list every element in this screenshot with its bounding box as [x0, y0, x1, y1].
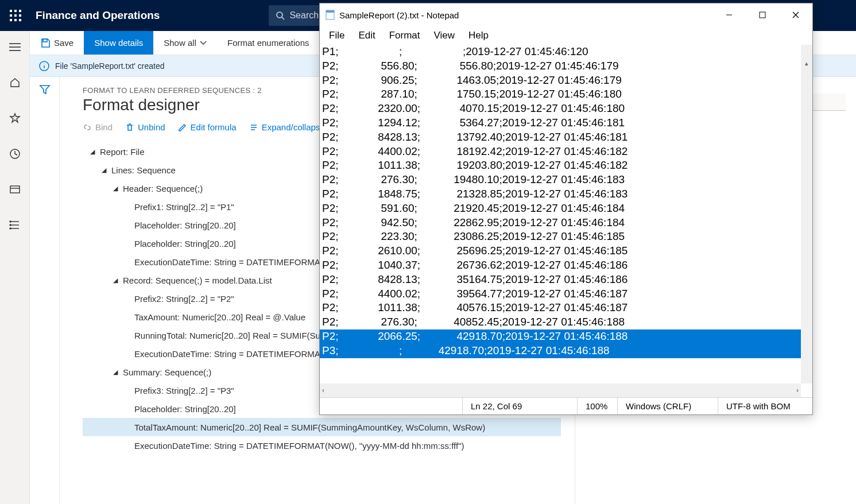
left-nav — [0, 31, 30, 504]
text-line: P2; 2320.00; 4070.15;2019-12-27 01:45:46… — [320, 102, 812, 116]
svg-rect-3 — [10, 14, 12, 17]
svg-point-21 — [10, 224, 11, 226]
tree-node-label: Summary: Sequence(;) — [122, 367, 211, 377]
menu-view[interactable]: View — [428, 29, 461, 42]
tree-node-label: ExecutionDateTime: String = DATETIMEFORM… — [133, 441, 464, 451]
nav-workspaces-icon[interactable] — [3, 178, 26, 201]
tree-node-label: TotalTaxAmount: Numeric[20..20] Real = S… — [133, 422, 485, 432]
format-enumerations-button[interactable]: Format enumerations — [217, 31, 320, 55]
text-line: P1; ; ;2019-12-27 01:45:46:120 — [320, 45, 812, 59]
tree-caret-icon[interactable]: ◢ — [111, 277, 119, 284]
expand-icon — [249, 123, 258, 132]
tree-caret-icon[interactable]: ◢ — [111, 185, 119, 192]
tree-node-label: Prefix3: String[2..2] = "P3" — [133, 386, 234, 396]
svg-rect-23 — [43, 39, 47, 42]
tree-caret-icon[interactable]: ◢ — [88, 148, 96, 156]
tree-caret-icon[interactable]: ◢ — [111, 369, 119, 376]
tree-node-label: Lines: Sequence — [110, 165, 176, 175]
text-line: P2; 1011.38; 40576.15;2019-12-27 01:45:4… — [320, 301, 812, 315]
info-icon — [39, 61, 49, 71]
svg-rect-4 — [14, 14, 17, 17]
menu-format[interactable]: Format — [384, 29, 426, 42]
tree-caret-icon[interactable]: ◢ — [100, 166, 108, 174]
tree-node-label: Prefix2: String[2..2] = "P2" — [133, 294, 234, 304]
nav-recent-icon[interactable] — [3, 142, 26, 165]
tree-node-label: Header: Sequence(;) — [122, 184, 203, 193]
text-line: P2; 1011.38; 19203.80;2019-12-27 01:45:4… — [320, 158, 812, 173]
filter-icon[interactable] — [39, 84, 51, 95]
text-line: P2; 276.30; 19480.10;2019-12-27 01:45:46… — [320, 173, 812, 187]
svg-rect-15 — [10, 186, 20, 193]
trash-icon — [125, 123, 134, 132]
status-encoding: UTF-8 with BOM — [718, 398, 812, 414]
svg-line-10 — [282, 17, 284, 20]
text-line: P2; 8428.13; 35164.75;2019-12-27 01:45:4… — [320, 273, 812, 287]
text-line: P2; 1848.75; 21328.85;2019-12-27 01:45:4… — [320, 187, 812, 201]
window-minimize-button[interactable] — [712, 3, 746, 26]
text-line: P2; 556.80; 556.80;2019-12-27 01:45:46:1… — [320, 59, 812, 73]
edit-formula-button[interactable]: Edit formula — [178, 122, 237, 132]
nav-modules-icon[interactable] — [3, 214, 26, 237]
tree-node-label: Placeholder: String[20..20] — [133, 220, 236, 230]
tree-node-label: TaxAmount: Numeric[20..20] Real = @.Valu… — [133, 312, 305, 322]
svg-point-22 — [10, 228, 11, 229]
bind-button[interactable]: Bind — [83, 122, 113, 132]
text-line: P2; 906.25; 1463.05;2019-12-27 01:45:46:… — [320, 73, 812, 88]
nav-favorites-icon[interactable] — [3, 107, 26, 130]
svg-rect-7 — [14, 19, 17, 21]
notepad-titlebar[interactable]: SampleReport (2).txt - Notepad — [320, 3, 812, 26]
nav-home-icon[interactable] — [3, 71, 26, 94]
text-line: P2; 1294.12; 5364.27;2019-12-27 01:45:46… — [320, 116, 812, 130]
info-message: File 'SampleReport.txt' created — [55, 61, 165, 71]
app-title: Finance and Operations — [36, 9, 160, 22]
svg-point-9 — [277, 12, 282, 18]
tree-node-label: Record: Sequence(;) = model.Data.List — [122, 276, 272, 285]
window-maximize-button[interactable] — [746, 3, 779, 26]
horizontal-scrollbar[interactable]: ‹› — [320, 383, 801, 397]
window-close-button[interactable] — [779, 3, 812, 26]
notepad-title: SampleReport (2).txt - Notepad — [339, 10, 459, 20]
svg-rect-30 — [760, 12, 765, 18]
menu-edit[interactable]: Edit — [353, 29, 381, 42]
text-line: P3; ; 42918.70;2019-12-27 01:45:46:188 — [320, 344, 812, 358]
status-zoom: 100% — [577, 398, 617, 414]
text-line: P2; 591.60; 21920.45;2019-12-27 01:45:46… — [320, 201, 812, 216]
menu-file[interactable]: File — [323, 29, 350, 42]
text-line: P2; 276.30; 40852.45;2019-12-27 01:45:46… — [320, 315, 812, 329]
unbind-button[interactable]: Unbind — [125, 122, 165, 132]
notepad-icon — [324, 9, 336, 21]
vertical-scrollbar[interactable]: ▴ — [801, 45, 812, 383]
svg-rect-2 — [19, 10, 21, 12]
tree-node-label: RunningTotal: Numeric[20..20] Real = SUM… — [133, 331, 330, 340]
save-button[interactable]: Save — [30, 31, 84, 55]
status-cursor-pos: Ln 22, Col 69 — [462, 398, 577, 414]
menu-help[interactable]: Help — [463, 29, 494, 42]
text-line: P2; 223.30; 23086.25;2019-12-27 01:45:46… — [320, 230, 812, 244]
status-eol: Windows (CRLF) — [617, 398, 718, 414]
tree-node-label: Placeholder: String[20..20] — [133, 404, 236, 414]
nav-hamburger-icon[interactable] — [3, 36, 26, 59]
expand-collapse-button[interactable]: Expand/collapse — [249, 122, 325, 132]
save-icon — [40, 38, 51, 48]
tree-node[interactable]: TotalTaxAmount: Numeric[20..20] Real = S… — [83, 418, 561, 436]
show-all-button[interactable]: Show all — [153, 31, 217, 55]
tree-node-label: Prefix1: String[2..2] = "P1" — [133, 202, 234, 212]
search-icon — [276, 11, 285, 20]
svg-rect-5 — [19, 14, 21, 17]
tree-node[interactable]: ExecutionDateTime: String = DATETIMEFORM… — [83, 436, 561, 455]
show-details-button[interactable]: Show details — [84, 31, 153, 55]
text-line: P2; 287.10; 1750.15;2019-12-27 01:45:46:… — [320, 87, 812, 102]
text-line: P2; 1040.37; 26736.62;2019-12-27 01:45:4… — [320, 258, 812, 273]
pencil-icon — [178, 123, 187, 132]
svg-rect-6 — [10, 19, 12, 21]
chevron-down-icon — [200, 41, 207, 45]
notepad-textarea[interactable]: P1; ; ;2019-12-27 01:45:46:120P2; 556.80… — [320, 45, 812, 397]
svg-rect-1 — [14, 10, 17, 12]
tree-node-label: ExecutionDateTime: String = DATETIMEFORM… — [133, 349, 334, 359]
notepad-statusbar: Ln 22, Col 69 100% Windows (CRLF) UTF-8 … — [320, 397, 812, 414]
text-line: P2; 2610.00; 25696.25;2019-12-27 01:45:4… — [320, 244, 812, 258]
text-line: P2; 942.50; 22862.95;2019-12-27 01:45:46… — [320, 216, 812, 230]
app-launcher-icon[interactable] — [0, 0, 31, 31]
svg-rect-28 — [326, 10, 334, 13]
text-line: P2; 4400.02; 18192.42;2019-12-27 01:45:4… — [320, 145, 812, 159]
